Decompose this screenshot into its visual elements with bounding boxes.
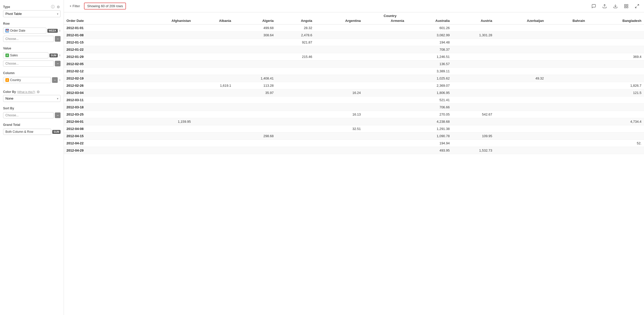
value-cell (136, 75, 193, 82)
value-cell (193, 140, 234, 147)
value-cell (234, 111, 276, 118)
value-cell: 194.94 (407, 140, 452, 147)
value-cell (588, 133, 644, 140)
expand-icon[interactable] (634, 3, 640, 10)
row-drag-handle[interactable]: ≡ (59, 29, 61, 32)
value-cell (136, 97, 193, 104)
value-cell (588, 24, 644, 32)
date-cell: 2012-04-22 (64, 140, 136, 147)
date-cell: 2012-02-05 (64, 60, 136, 68)
value-cell (315, 39, 363, 46)
value-cell (546, 39, 588, 46)
value-cell: 2,369.07 (407, 82, 452, 89)
row-choose-input[interactable] (3, 36, 54, 42)
date-cell: 2012-04-29 (64, 147, 136, 154)
table-wrapper[interactable]: Country Order DateAfghanistanAlbaniaAlge… (64, 12, 644, 315)
value-cell (315, 46, 363, 53)
type-select[interactable]: Pivot Table (3, 10, 61, 17)
value-cell: 542.67 (452, 111, 495, 118)
grid-icon[interactable] (623, 3, 630, 10)
value-minus-button[interactable]: − (55, 61, 61, 66)
sort-minus-button[interactable]: − (55, 112, 61, 118)
value-cell (315, 82, 363, 89)
filter-button[interactable]: + Filter (67, 3, 82, 9)
value-cell (546, 89, 588, 97)
value-cell (588, 125, 644, 133)
value-field-pill: # Sales (3, 52, 48, 58)
color-by-settings-icon[interactable]: ⚙ (36, 89, 40, 94)
value-cell (452, 24, 495, 32)
value-cell (588, 68, 644, 75)
date-cell: 2012-02-19 (64, 75, 136, 82)
value-cell: 1,619.1 (193, 82, 234, 89)
value-cell (234, 140, 276, 147)
value-cell (363, 147, 407, 154)
value-cell (495, 32, 546, 39)
grand-total-value: Both Column & Row (5, 130, 49, 134)
column-drag-handle[interactable]: ≡ (59, 78, 61, 82)
value-cell (452, 140, 495, 147)
color-by-section: Color By (What is this?) ⚙ None (3, 89, 61, 102)
value-cell (315, 133, 363, 140)
value-cell (315, 97, 363, 104)
value-cell (495, 111, 546, 118)
value-cell (136, 53, 193, 60)
value-cell (546, 118, 588, 125)
value-cell (546, 97, 588, 104)
comment-icon[interactable] (590, 3, 597, 10)
value-cell (193, 147, 234, 154)
grand-total-pill: Both Column & Row (3, 129, 51, 135)
value-cell (546, 32, 588, 39)
value-cell (452, 46, 495, 53)
value-cell: 136.57 (407, 60, 452, 68)
value-cell: 109.95 (452, 133, 495, 140)
value-cell (546, 140, 588, 147)
table-row: 2012-04-011,159.954,238.684,734.4 (64, 118, 644, 125)
col-header-angola: Angola (276, 18, 315, 24)
col-header-bangladesh: Bangladesh (588, 18, 644, 24)
value-cell (452, 89, 495, 97)
color-by-sub-link[interactable]: (What is this?) (17, 90, 35, 93)
value-cell (315, 53, 363, 60)
type-help-icon[interactable]: ⓘ (50, 4, 55, 10)
table-row: 2012-01-15921.87194.48 (64, 39, 644, 46)
order-date-col-header (64, 12, 136, 18)
value-cell (193, 111, 234, 118)
plus-icon: + (70, 4, 72, 8)
value-cell (193, 68, 234, 75)
value-cell: 215.46 (276, 53, 315, 60)
download-icon[interactable] (612, 3, 619, 10)
value-cell (495, 68, 546, 75)
value-cell (315, 147, 363, 154)
value-drag-handle[interactable]: ≡ (59, 54, 61, 57)
value-cell (363, 140, 407, 147)
upload-icon[interactable] (601, 3, 608, 10)
value-cell (234, 118, 276, 125)
value-choose-input[interactable] (3, 60, 54, 67)
table-row: 2012-04-29493.951,532.73 (64, 147, 644, 154)
value-cell (452, 82, 495, 89)
row-minus-button[interactable]: − (55, 36, 61, 42)
value-cell: 708.37 (407, 46, 452, 53)
date-cell: 2012-01-15 (64, 39, 136, 46)
value-cell (315, 24, 363, 32)
value-cell (363, 118, 407, 125)
col-header-albania: Albania (193, 18, 234, 24)
row-field-label: Order Date (10, 29, 44, 32)
left-panel: Type ⓘ ⚙ Pivot Table Row 📅 Order Date WE… (0, 0, 64, 315)
value-cell: 1,090.78 (407, 133, 452, 140)
value-cell (193, 46, 234, 53)
value-cell (546, 104, 588, 111)
sort-choose-input[interactable] (3, 112, 54, 118)
date-cell: 2012-04-08 (64, 125, 136, 133)
value-cell (588, 32, 644, 39)
column-minus-button[interactable]: − (52, 77, 58, 83)
color-by-select[interactable]: None (3, 95, 61, 102)
value-cell (452, 68, 495, 75)
value-cell (193, 75, 234, 82)
value-cell: 2,478.6 (276, 32, 315, 39)
column-section: Column A Country − ≡ (3, 71, 61, 85)
date-cell: 2012-01-08 (64, 32, 136, 39)
value-cell: 52. (588, 140, 644, 147)
type-settings-icon[interactable]: ⚙ (56, 4, 61, 10)
